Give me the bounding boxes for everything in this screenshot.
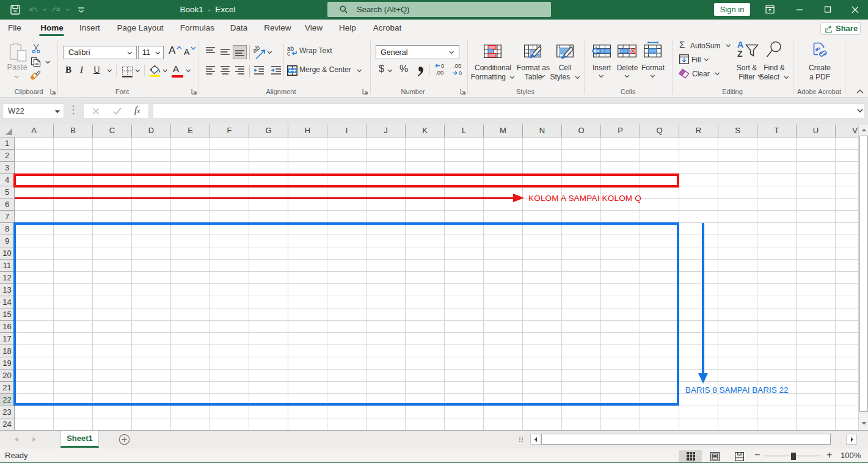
svg-text:0: 0 — [441, 63, 444, 69]
svg-text:.00: .00 — [453, 63, 461, 69]
svg-text:0: 0 — [459, 70, 462, 76]
svg-text:.00: .00 — [436, 69, 443, 76]
